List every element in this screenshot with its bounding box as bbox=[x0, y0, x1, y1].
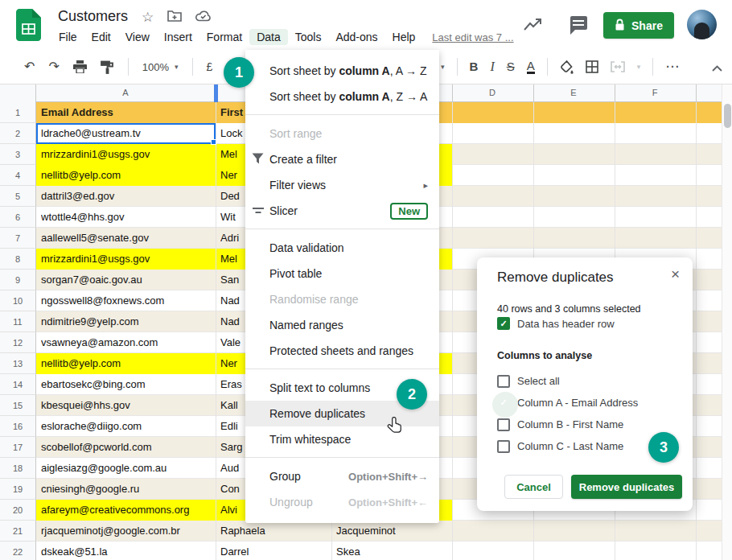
menu-item-create-a-filter[interactable]: Create a filter bbox=[245, 146, 439, 172]
menu-item-group[interactable]: GroupOption+Shift+→ bbox=[245, 463, 439, 489]
cell-col-a[interactable]: nellitb@yelp.com bbox=[41, 165, 214, 186]
cell-col-a[interactable]: mrizzardini1@usgs.gov bbox=[41, 249, 214, 270]
avatar[interactable] bbox=[687, 10, 717, 39]
row-header[interactable]: 16 bbox=[0, 416, 36, 437]
row-header[interactable]: 1 bbox=[0, 102, 36, 123]
cell-col-a[interactable]: dattril3@ed.gov bbox=[41, 186, 214, 207]
column-checkbox-column-c-last-name[interactable]: Column C - Last Name bbox=[497, 435, 713, 457]
print-button[interactable] bbox=[73, 60, 87, 73]
row-header[interactable]: 3 bbox=[0, 144, 36, 165]
cell-col-a[interactable]: eslorache@diigo.com bbox=[41, 416, 214, 437]
row-header[interactable]: 9 bbox=[0, 270, 36, 290]
document-title[interactable]: Customers bbox=[58, 8, 128, 25]
menubar-item-add-ons[interactable]: Add-ons bbox=[328, 29, 385, 45]
selection-fill-handle[interactable] bbox=[211, 139, 216, 145]
scrollbar-thumb[interactable] bbox=[724, 104, 731, 128]
menu-item-sort-sheet-az[interactable]: Sort sheet by column A, A → Z bbox=[245, 58, 439, 84]
row-header[interactable]: 15 bbox=[0, 395, 36, 416]
checkbox-unchecked-icon[interactable] bbox=[497, 375, 510, 388]
cell-col-b[interactable]: Darrel bbox=[220, 541, 330, 560]
folder-add-icon[interactable] bbox=[167, 10, 182, 25]
zoom-select[interactable]: 100% ▾ bbox=[142, 61, 179, 73]
cell-col-a[interactable]: mrizzardini1@usgs.gov bbox=[41, 144, 214, 165]
column-checkbox-column-a-email-address[interactable]: ✓Column A - Email Address bbox=[497, 392, 713, 414]
share-button[interactable]: Share bbox=[603, 12, 674, 39]
table-row[interactable]: 22dskeak@51.laDarrelSkea bbox=[0, 541, 722, 560]
cell-col-c[interactable]: Jacqueminot bbox=[336, 521, 450, 541]
cell-col-a[interactable]: scobellof@pcworld.com bbox=[41, 437, 214, 458]
row-header[interactable]: 22 bbox=[0, 541, 36, 560]
row-header[interactable]: 17 bbox=[0, 437, 36, 458]
menubar-item-edit[interactable]: Edit bbox=[84, 29, 118, 45]
cancel-button[interactable]: Cancel bbox=[504, 475, 563, 499]
format-currency-button[interactable]: £ bbox=[207, 60, 213, 73]
undo-button[interactable]: ↶ bbox=[24, 60, 35, 73]
cell-col-b[interactable]: Raphaela bbox=[220, 521, 330, 541]
menu-item-named-ranges[interactable]: Named ranges bbox=[245, 312, 439, 338]
menu-item-data-validation[interactable]: Data validation bbox=[245, 235, 439, 261]
close-icon[interactable]: × bbox=[671, 266, 680, 283]
last-edit-link[interactable]: Last edit was 7 ... bbox=[432, 31, 513, 43]
borders-icon[interactable] bbox=[586, 60, 598, 73]
paint-format-button[interactable] bbox=[101, 60, 114, 74]
cell-col-a[interactable]: ndimitrie9@yelp.com bbox=[41, 311, 214, 332]
cell-col-c[interactable]: Skea bbox=[336, 541, 450, 560]
menu-item-sort-sheet-za[interactable]: Sort sheet by column A, Z → A bbox=[245, 84, 439, 109]
row-header[interactable]: 10 bbox=[0, 290, 36, 311]
cell-col-a[interactable]: afareym@creativecommons.org bbox=[41, 500, 214, 521]
row-header[interactable]: 4 bbox=[0, 165, 36, 186]
cell-col-a[interactable]: cniesingh@google.ru bbox=[41, 479, 214, 500]
row-header[interactable]: 7 bbox=[0, 228, 36, 249]
menubar-item-data[interactable]: Data bbox=[249, 29, 288, 45]
cell-col-a[interactable]: aiglesiazg@google.com.au bbox=[41, 458, 214, 479]
menubar-item-tools[interactable]: Tools bbox=[288, 29, 329, 45]
bold-button[interactable]: B bbox=[470, 60, 479, 73]
column-checkbox-column-b-first-name[interactable]: Column B - First Name bbox=[497, 414, 713, 435]
cell-col-a[interactable]: sorgan7@oaic.gov.au bbox=[41, 270, 214, 290]
column-header-d[interactable]: D bbox=[489, 88, 496, 97]
menubar-item-help[interactable]: Help bbox=[385, 29, 423, 45]
cell-col-a[interactable]: aallewell5@senate.gov bbox=[41, 228, 214, 249]
menu-item-slicer[interactable]: SlicerNew bbox=[245, 198, 439, 224]
font-dropdown-caret-icon[interactable]: ▾ bbox=[441, 63, 445, 71]
redo-button[interactable]: ↷ bbox=[48, 60, 59, 73]
comment-icon[interactable] bbox=[568, 15, 588, 39]
table-row[interactable]: 21rjacqueminotj@google.com.brRaphaelaJac… bbox=[0, 521, 722, 541]
italic-button[interactable]: I bbox=[490, 60, 494, 73]
checkbox-checked-icon[interactable]: ✓ bbox=[497, 397, 510, 410]
menubar-item-format[interactable]: Format bbox=[199, 29, 249, 45]
insights-icon[interactable] bbox=[523, 18, 544, 35]
column-header-a[interactable]: A bbox=[122, 88, 128, 97]
fill-color-icon[interactable] bbox=[560, 60, 574, 74]
menubar-item-view[interactable]: View bbox=[118, 29, 157, 45]
cell-col-a[interactable]: ngosswell8@foxnews.com bbox=[41, 290, 214, 311]
menu-item-filter-views[interactable]: Filter views▸ bbox=[245, 172, 439, 198]
cloud-saved-icon[interactable] bbox=[195, 10, 212, 25]
column-header-f[interactable]: F bbox=[652, 88, 658, 97]
checkbox-checked-icon[interactable]: ✓ bbox=[497, 317, 510, 330]
cell-col-a[interactable]: vsawneya@amazon.com bbox=[41, 332, 214, 353]
collapse-toolbar-icon[interactable] bbox=[712, 60, 722, 75]
row-header[interactable]: 6 bbox=[0, 207, 36, 228]
row-header[interactable]: 18 bbox=[0, 458, 36, 479]
row-header[interactable]: 21 bbox=[0, 521, 36, 541]
menu-item-pivot-table[interactable]: Pivot table bbox=[245, 261, 439, 286]
menubar-item-file[interactable]: File bbox=[51, 29, 84, 45]
cell-col-a[interactable]: wtottle4@hhs.gov bbox=[41, 207, 214, 228]
cell-col-a[interactable]: ebartosekc@bing.com bbox=[41, 374, 214, 395]
cell-col-a[interactable]: Email Address bbox=[41, 102, 214, 123]
menubar-item-insert[interactable]: Insert bbox=[157, 29, 199, 45]
column-checkbox-select-all[interactable]: Select all bbox=[497, 370, 713, 392]
row-header[interactable]: 11 bbox=[0, 311, 36, 332]
column-header-e[interactable]: E bbox=[570, 88, 576, 97]
row-header[interactable]: 19 bbox=[0, 479, 36, 500]
row-header[interactable]: 20 bbox=[0, 500, 36, 521]
cell-col-a[interactable]: kbesquei@hhs.gov bbox=[41, 395, 214, 416]
strikethrough-button[interactable]: S bbox=[507, 60, 515, 73]
checkbox-unchecked-icon[interactable] bbox=[497, 418, 510, 431]
cell-col-a[interactable]: dskeak@51.la bbox=[41, 541, 214, 560]
remove-duplicates-button[interactable]: Remove duplicates bbox=[571, 475, 682, 499]
row-header[interactable]: 5 bbox=[0, 186, 36, 207]
star-icon[interactable]: ☆ bbox=[142, 10, 154, 25]
cell-col-a[interactable]: nellitb@yelp.com bbox=[41, 353, 214, 374]
